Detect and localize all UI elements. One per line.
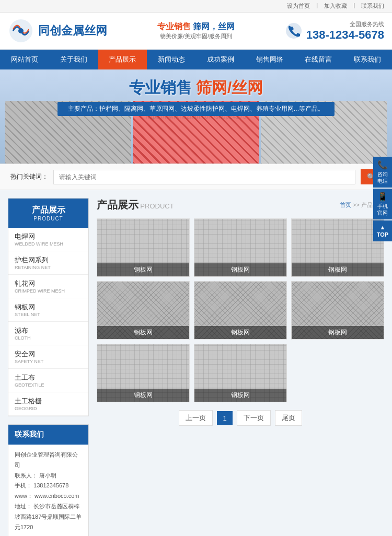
nav-item-contact[interactable]: 联系我们 (343, 50, 392, 69)
product-thumb-7: 钢板网 (97, 344, 189, 402)
phone-number: 138-1234-5678 (306, 28, 384, 42)
pagination: 上一页 1 下一页 尾页 (97, 410, 384, 426)
product-title-en: PRODUCT (140, 202, 174, 210)
product-label-2: 钢板网 (194, 263, 286, 276)
phone-info: 全国服务热线 138-1234-5678 (306, 20, 384, 42)
product-thumb-3: 钢板网 (292, 219, 384, 276)
sidebar-menu-item-6[interactable]: 安全网 SAFETY NET (8, 345, 88, 369)
product-label-4: 钢板网 (97, 326, 189, 339)
top-button[interactable]: ▲ TOP (373, 220, 392, 242)
product-area: 产品展示 PRODUCT 首页 >> 产品展示 钢板网 钢板网 (97, 198, 384, 536)
logo-icon (8, 18, 34, 44)
product-title-area: 产品展示 PRODUCT (97, 198, 174, 212)
search-label: 热门关键词： (10, 172, 48, 181)
product-header: 产品展示 PRODUCT 首页 >> 产品展示 (97, 198, 384, 212)
topbar-contact[interactable]: 联系我们 (361, 2, 384, 10)
last-page-button[interactable]: 尾页 (275, 410, 302, 426)
sidebar-menu-item-7[interactable]: 土工布 GEOTEXTILE (8, 369, 88, 392)
nav: 网站首页 关于我们 产品展示 新闻动态 成功案例 销售网络 在线留言 联系我们 (0, 50, 392, 69)
product-title: 产品展示 (97, 199, 139, 211)
slogan-sub: 物美价廉/美观牢固/服务周到 (133, 32, 259, 40)
product-label-1: 钢板网 (97, 263, 189, 276)
sidebar-products-header: 产品展示 PRODUCT (8, 199, 88, 228)
sidebar: 产品展示 PRODUCT 电焊网 WELDED WIRE MESH 护栏网系列 … (8, 198, 89, 536)
product-grid: 钢板网 钢板网 钢板网 钢板网 (97, 218, 384, 402)
product-item-5[interactable]: 钢板网 (194, 281, 287, 340)
consult-button[interactable]: 📞 咨询电话 (373, 157, 392, 188)
nav-item-network[interactable]: 销售网络 (245, 50, 294, 69)
sidebar-contact-box: 联系我们 同创企业管理咨询有限公司 联系人： 唐小明 手机： 138123456… (8, 424, 89, 536)
sidebar-menu-item-5[interactable]: 滤布 CLOTH (8, 322, 88, 345)
contact-web: www： www.cnboco.com (15, 491, 82, 502)
banner-title: 专业销售 (129, 79, 192, 96)
sidebar-contact-header: 联系我们 (8, 425, 88, 445)
banner-title-highlight: 筛网/丝网 (196, 79, 263, 96)
product-thumb-1: 钢板网 (97, 219, 189, 276)
product-item-1[interactable]: 钢板网 (97, 218, 190, 277)
banner-section: https://www.huzhan.com/shop24175 专业销售 筛网… (0, 69, 392, 164)
product-item-7[interactable]: 钢板网 (97, 344, 190, 402)
product-label-7: 钢板网 (97, 389, 189, 402)
phone-label: 全国服务热线 (306, 20, 384, 28)
current-page: 1 (217, 411, 232, 425)
slogan: 专业销售 筛网，丝网 物美价廉/美观牢固/服务周到 (133, 21, 259, 40)
product-thumb-2: 钢板网 (194, 219, 286, 276)
contact-address: 地址： 长沙市岳麓区桐梓坡西路187号鼎顺国际二单元1720 (15, 502, 82, 532)
sidebar-contact-body: 同创企业管理咨询有限公司 联系人： 唐小明 手机： 13812345678 ww… (8, 445, 88, 536)
nav-item-message[interactable]: 在线留言 (294, 50, 343, 69)
phone-area: 全国服务热线 138-1234-5678 (259, 20, 384, 42)
contact-company: 同创企业管理咨询有限公司 (15, 450, 82, 471)
logo-area: 同创金属丝网 (8, 18, 133, 44)
product-item-6[interactable]: 钢板网 (291, 281, 384, 340)
phone-icon (285, 22, 302, 39)
product-item-3[interactable]: 钢板网 (291, 218, 384, 277)
nav-item-about[interactable]: 关于我们 (49, 50, 98, 69)
topbar-bookmark[interactable]: 加入收藏 (324, 2, 347, 10)
contact-phone: 手机： 13812345678 (15, 481, 82, 491)
main-content: 产品展示 PRODUCT 电焊网 WELDED WIRE MESH 护栏网系列 … (0, 190, 392, 536)
sidebar-menu-item-1[interactable]: 电焊网 WELDED WIRE MESH (8, 228, 88, 251)
nav-item-home[interactable]: 网站首页 (0, 50, 49, 69)
sidebar-products-title-en: PRODUCT (14, 216, 83, 222)
contact-person: 联系人： 唐小明 (15, 471, 82, 481)
product-thumb-5: 钢板网 (194, 282, 286, 339)
product-label-6: 钢板网 (292, 326, 384, 339)
product-label-5: 钢板网 (194, 326, 286, 339)
sidebar-menu-item-8[interactable]: 土工格栅 GEOGRID (8, 392, 88, 416)
mobile-button[interactable]: 📱 手机官网 (373, 189, 392, 219)
nav-item-cases[interactable]: 成功案例 (196, 50, 245, 69)
product-label-3: 钢板网 (292, 263, 384, 276)
breadcrumb-home[interactable]: 首页 (340, 202, 351, 208)
sidebar-products-title-cn: 产品展示 (14, 205, 83, 216)
sidebar-menu: 电焊网 WELDED WIRE MESH 护栏网系列 RETAINING NET… (8, 228, 88, 416)
logo-text: 同创金属丝网 (38, 23, 107, 39)
sidebar-menu-item-4[interactable]: 钢板网 STEEL NET (8, 298, 88, 322)
search-bar: 热门关键词： 🔍 (0, 164, 392, 190)
product-thumb-8: 钢板网 (194, 344, 286, 402)
product-item-4[interactable]: 钢板网 (97, 281, 190, 340)
sidebar-products-box: 产品展示 PRODUCT 电焊网 WELDED WIRE MESH 护栏网系列 … (8, 198, 89, 416)
top-bar: 设为首页 | 加入收藏 | 联系我们 (0, 0, 392, 13)
product-thumb-4: 钢板网 (97, 282, 189, 339)
header: 同创金属丝网 专业销售 筛网，丝网 物美价廉/美观牢固/服务周到 全国服务热线 … (0, 13, 392, 50)
product-item-8[interactable]: 钢板网 (194, 344, 287, 402)
banner-content: 专业销售 筛网/丝网 主要产品：护栏网、隔离网、草原围网、边坡柔性防护网、电焊网… (0, 77, 392, 116)
product-label-8: 钢板网 (194, 389, 286, 402)
search-input[interactable] (53, 170, 355, 184)
product-thumb-6: 钢板网 (292, 282, 384, 339)
next-page-button[interactable]: 下一页 (237, 410, 271, 426)
topbar-home[interactable]: 设为首页 (287, 2, 310, 10)
sidebar-menu-item-3[interactable]: 轧花网 CRIMPED WIRE MESH (8, 275, 88, 298)
nav-item-products[interactable]: 产品展示 (98, 50, 147, 69)
slogan-main: 专业销售 筛网，丝网 (133, 21, 259, 32)
svg-point-1 (18, 28, 24, 33)
banner-subtitle: 主要产品：护栏网、隔离网、草原围网、边坡柔性防护网、电焊网、养殖专业用网...等… (57, 102, 335, 116)
prev-page-button[interactable]: 上一页 (179, 410, 213, 426)
sidebar-menu-item-2[interactable]: 护栏网系列 RETAINING NET (8, 251, 88, 275)
side-buttons: 📞 咨询电话 📱 手机官网 ▲ TOP (373, 157, 392, 241)
product-item-2[interactable]: 钢板网 (194, 218, 287, 277)
nav-item-news[interactable]: 新闻动态 (147, 50, 196, 69)
